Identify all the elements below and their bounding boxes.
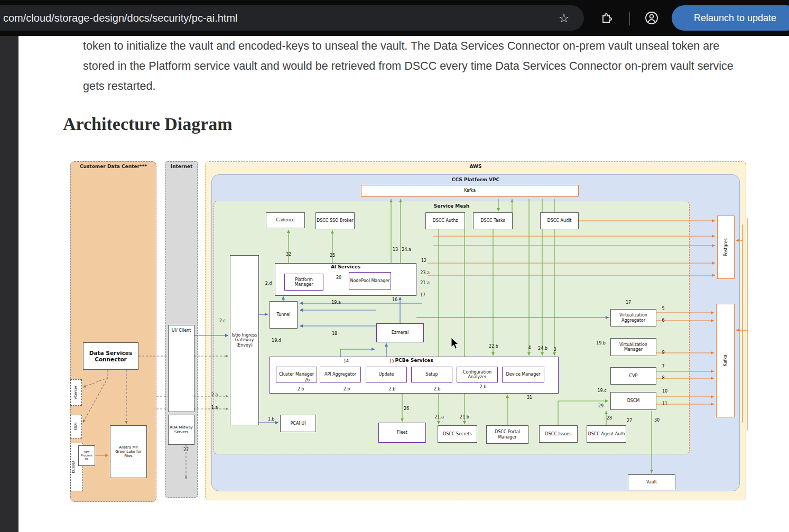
edge-label: 25 — [330, 253, 335, 258]
edge-label: 21.b — [460, 415, 469, 419]
node-dscc-issues: DSCC Issues — [539, 425, 578, 443]
node-postgres-label: Postgres — [723, 238, 728, 256]
edge-label: 19.a — [331, 300, 341, 305]
edge-label: 31 — [527, 395, 532, 400]
edge-label: 2.a — [211, 393, 218, 397]
node-configuration-analyzer: Configuration Analyzer — [457, 367, 498, 382]
node-kafka-right-label: Kafka — [723, 354, 728, 366]
node-dscc-audit-label: DSCC Audit — [547, 218, 572, 223]
edge-label: 14 — [344, 359, 349, 363]
edge-label: 7 — [662, 364, 664, 369]
node-vcenter-label: vCenter — [74, 386, 78, 399]
node-istio-gateway-label: Istio Ingress Gateway (Envoy) — [231, 333, 258, 348]
edge-label: 21.a — [420, 281, 430, 285]
node-cadence: Cadence — [266, 212, 305, 228]
node-dscc-portal-manager: DSCC Portal Manager — [486, 425, 528, 444]
node-pcai-ui-label: PCAI UI — [291, 421, 306, 426]
node-setup: Setup — [411, 367, 452, 382]
edge-label: 2.b — [344, 387, 350, 391]
node-device-manager: Device Manager — [502, 367, 544, 382]
relaunch-update-button[interactable]: Relaunch to update — [672, 5, 789, 31]
edge-label: 5 — [662, 306, 664, 311]
node-cadence-label: Cadence — [276, 218, 295, 222]
node-nodepool-manager: NodePool Manager — [349, 272, 391, 290]
edge-label: 19.b — [596, 341, 606, 346]
extensions-icon[interactable] — [599, 11, 614, 25]
edge-label: 9 — [662, 350, 664, 355]
node-kafka-bar-label: Kafka — [464, 188, 476, 193]
node-api-aggregator-label: API Aggregator — [324, 372, 356, 377]
browser-toolbar: com/cloud/storage-design/docs/security/p… — [0, 0, 789, 36]
edge-label: 27 — [627, 418, 632, 423]
mouse-cursor — [450, 337, 462, 350]
region-vpc-title: CCS Platform VPC — [212, 177, 739, 182]
edge-label: 1.a — [211, 405, 218, 410]
region-aws-title: AWS — [206, 164, 746, 169]
node-kafka-right: Kafka — [716, 304, 735, 417]
node-dscc-authz-label: DSCC Authz — [433, 218, 458, 223]
node-esxi: ESXi — [70, 415, 82, 438]
edge-label: 2.d — [265, 281, 272, 286]
node-postgres: Postgres — [717, 216, 735, 279]
url-bar[interactable]: com/cloud/storage-design/docs/security/p… — [0, 5, 584, 31]
node-dscm: DSCM — [610, 392, 656, 410]
node-vault-label: Vault — [646, 480, 657, 484]
edge-label: 8 — [662, 376, 664, 380]
url-text: com/cloud/storage-design/docs/security/p… — [0, 12, 238, 24]
edge-label: 24.a — [402, 247, 411, 252]
node-alletra-label: Alletra MP GreenLake for Files — [111, 445, 146, 459]
node-vcenter: vCenter — [70, 379, 82, 406]
node-platform-manager-label: Platform Manager — [285, 277, 322, 287]
group-pcbe-services-title: PCBe Services — [270, 358, 558, 363]
node-ui-client-label: UI/ Client — [172, 328, 191, 333]
node-cluster-manager: Cluster Manager — [276, 367, 317, 382]
node-alletra: Alletra MP GreenLake for Files — [110, 425, 147, 478]
node-dscc-secrets: DSCC Secrets — [438, 425, 477, 443]
region-customer-dc-title: Customer Data Center*** — [71, 164, 156, 169]
profile-person-glyph — [645, 11, 658, 25]
bookmark-star-icon[interactable]: ☆ — [556, 11, 571, 25]
node-cvp: CVP — [610, 367, 656, 385]
left-edge-strip — [0, 36, 18, 532]
node-dscc-agent-auth: DSCC Agent Auth — [587, 425, 626, 443]
edge-label: 3 — [553, 347, 556, 352]
architecture-diagram: Customer Data Center*** Internet AWS CCS… — [63, 156, 753, 506]
node-pcai-ui: PCAI UI — [280, 415, 316, 432]
node-rda-midway-label: RDA Midway Servers — [169, 425, 193, 434]
group-ai-services-title: AI Services — [275, 264, 416, 269]
extensions-puzzle-glyph — [600, 12, 613, 24]
edge-label: 13 — [393, 247, 398, 252]
node-kafka-bar: Kafka — [361, 185, 579, 197]
page-content: token to initialize the vault and encode… — [18, 36, 789, 532]
node-dscc-audit: DSCC Audit — [540, 212, 579, 229]
node-api-aggregator: API Aggregator — [320, 367, 361, 382]
edge-label: 19.c — [597, 388, 606, 393]
node-ezmeral: Ezmeral — [376, 323, 424, 342]
node-esxi-label: ESXi — [74, 423, 78, 431]
node-virtualization-manager: Virtualization Manager — [610, 338, 656, 356]
node-vault: Vault — [628, 474, 675, 490]
node-configuration-analyzer-label: Configuration Analyzer — [458, 370, 497, 380]
edge-label: 2.b — [480, 385, 487, 389]
edge-label: 10 — [662, 389, 667, 394]
edge-label: 2.c — [219, 319, 226, 323]
node-dscc-authz: DSCC Authz — [425, 212, 465, 229]
body-paragraph: token to initialize the vault and encode… — [83, 36, 754, 96]
node-nodepool-manager-label: NodePool Manager — [350, 278, 389, 283]
profile-icon[interactable] — [644, 11, 659, 25]
section-heading: Architecture Diagram — [63, 114, 233, 134]
edge-label: 30 — [654, 418, 660, 423]
node-sso-broker-label: DSCC SSO Broker — [317, 218, 354, 223]
edge-label: 21.a — [434, 415, 444, 419]
node-cvp-label: CVP — [629, 374, 638, 378]
edge-label: 28 — [607, 416, 612, 421]
node-virtualization-aggregator: Virtualization Aggregator — [610, 309, 656, 326]
node-ui-client: UI/ Client — [168, 325, 194, 412]
edge-label: 2.b — [298, 387, 304, 391]
node-dscc-portal-manager-label: DSCC Portal Manager — [487, 430, 527, 440]
node-data-services-connector: Data Services Connector — [83, 342, 138, 370]
node-update-label: Update — [379, 372, 394, 377]
region-service-mesh-title: Service Mesh — [214, 203, 689, 209]
edge-label: 29 — [598, 404, 604, 408]
edge-label: 15 — [389, 359, 394, 363]
